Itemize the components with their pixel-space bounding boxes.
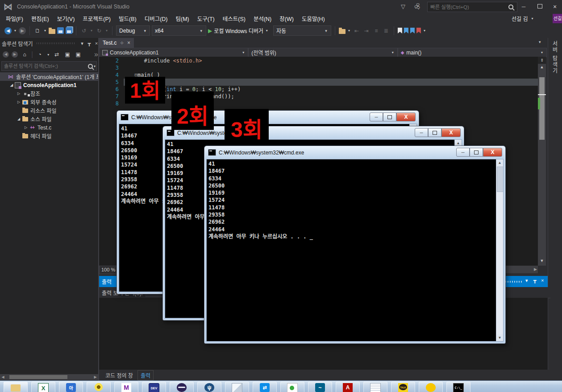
solution-explorer-hscrollbar[interactable]: ◀ ▶ — [0, 374, 98, 380]
scroll-right-icon[interactable]: ▶ — [92, 375, 98, 379]
titlebar[interactable]: ⋈ ConsoleApplication1 - Microsoft Visual… — [0, 0, 562, 13]
sourcetree-icon[interactable]: ψ — [197, 382, 221, 392]
nav-scope-combo[interactable]: (전역 범위)▾ — [248, 48, 397, 57]
cmd-icon[interactable]: C:\_ — [446, 382, 470, 392]
navigate-forward-icon[interactable]: ▶ — [19, 27, 26, 34]
minimize-button[interactable]: ─ — [518, 3, 529, 11]
indent-icon[interactable]: ≡ — [372, 27, 380, 35]
run-label[interactable]: 로컬 Windows 디버거 — [214, 27, 263, 34]
configuration-combo[interactable]: Debug▾ — [116, 25, 150, 36]
bookmark-dropdown-icon[interactable]: ▾ — [423, 29, 426, 33]
solution-search-input[interactable] — [2, 63, 88, 69]
editor-vscrollbar[interactable]: ⇕ ▲ ▼ — [538, 57, 546, 266]
close-button[interactable]: × — [549, 3, 561, 11]
collapse-all-icon[interactable]: ▣ — [63, 50, 71, 58]
new-dropdown-icon[interactable]: ▾ — [43, 29, 47, 33]
pending-changes-icon[interactable]: ◔ — [36, 50, 44, 58]
menu-item[interactable]: 프로젝트(P) — [79, 13, 115, 24]
minimize-button[interactable]: ─ — [415, 128, 428, 137]
tree-row[interactable]: ▷참조 — [0, 89, 98, 98]
splitter-handle[interactable]: ⇕ — [538, 57, 546, 64]
minimize-button[interactable]: ─ — [370, 113, 383, 121]
scroll-right-icon[interactable]: ▶ — [534, 267, 537, 271]
quick-launch-box[interactable] — [427, 2, 517, 12]
mysql-workbench-icon[interactable]: ~ — [308, 382, 332, 392]
home-icon[interactable]: ⌂ — [21, 50, 29, 58]
solution-explorer-header[interactable]: 솔루션 탐색기 ▾ ┳ × — [0, 38, 102, 49]
tab-output[interactable]: 출력 — [137, 370, 154, 380]
redo-dropdown-icon[interactable]: ▾ — [105, 29, 108, 33]
user-account-menu[interactable]: 선길 김 ▾ — [512, 15, 534, 22]
nav-method-combo[interactable]: ◆ main()▾ — [398, 48, 547, 57]
tab-overflow-icon[interactable]: ▾ — [539, 40, 541, 44]
scrollbar-thumb[interactable] — [497, 167, 504, 192]
new-project-icon[interactable]: 🗋 — [33, 27, 42, 35]
tree-row[interactable]: ▷++Test.c — [0, 123, 98, 132]
kakaotalk-icon[interactable]: TALK — [391, 382, 415, 392]
scroll-down-icon[interactable]: ▼ — [496, 334, 503, 341]
maximize-button[interactable] — [383, 113, 396, 121]
bee-icon[interactable] — [87, 382, 111, 392]
close-panel-icon[interactable]: × — [541, 278, 544, 283]
kakao-icon[interactable] — [419, 382, 443, 392]
teamviewer-icon[interactable]: ⇄ — [253, 382, 277, 392]
user-avatar-badge[interactable]: 선길 — [553, 14, 562, 23]
maximize-button[interactable] — [428, 128, 441, 137]
close-button[interactable]: X — [483, 148, 502, 157]
scroll-down-icon[interactable]: ▼ — [538, 259, 546, 263]
tree-row[interactable]: ◢소스 파일 — [0, 115, 98, 123]
tree-expander-icon[interactable]: ◢ — [16, 117, 21, 121]
undo-icon[interactable]: ↺ — [80, 27, 88, 35]
tab-code-definition[interactable]: 코드 정의 창 — [103, 371, 136, 380]
tree-row[interactable]: ◢ConsoleApplication1 — [0, 81, 98, 89]
save-icon[interactable] — [57, 27, 64, 34]
menu-item[interactable]: 보기(V) — [53, 13, 79, 24]
quick-launch-input[interactable] — [428, 4, 508, 10]
uncomment-icon[interactable]: ⇥ — [362, 27, 371, 35]
tree-expander-icon[interactable]: ▷ — [16, 100, 21, 104]
send-feedback-icon[interactable]: 🗫 — [414, 3, 420, 10]
close-button[interactable]: X — [441, 128, 461, 137]
scrollbar-thumb[interactable] — [9, 375, 67, 379]
close-tab-icon[interactable]: × — [127, 40, 130, 46]
sync-with-active-icon[interactable]: ⇄ — [53, 50, 61, 58]
console-scrollbar[interactable]: ▲ ▼ — [496, 159, 503, 341]
menu-item[interactable]: 테스트(S) — [219, 13, 250, 24]
run-dropdown-icon[interactable]: ▾ — [265, 29, 269, 33]
code-line[interactable]: 2 #include <stdio.h> — [99, 57, 538, 64]
menu-item[interactable]: 분석(N) — [250, 13, 275, 24]
watch-mode-combo[interactable]: 자동▾ — [273, 25, 331, 36]
toggle-bookmark-icon[interactable] — [398, 28, 402, 33]
tree-row[interactable]: 리소스 파일 — [0, 106, 98, 115]
window-position-icon[interactable]: ▾ — [79, 41, 86, 46]
open-file-icon[interactable] — [49, 29, 55, 34]
tree-expander-icon[interactable]: ▷ — [23, 125, 29, 129]
menu-item[interactable]: 팀(M) — [172, 13, 193, 24]
tree-row[interactable]: 헤더 파일 — [0, 132, 98, 140]
back-dropdown-icon[interactable]: ▾ — [13, 29, 17, 33]
virtualbox-icon[interactable] — [225, 382, 249, 392]
pending-dropdown-icon[interactable]: ▾ — [46, 53, 50, 57]
se-back-icon[interactable]: ◀ — [3, 51, 9, 58]
find-in-files-icon[interactable] — [339, 29, 346, 34]
hancom-icon[interactable]: 아 — [59, 382, 83, 392]
console-output[interactable]: 41 18467 6334 26500 19169 15724 11478 29… — [206, 159, 504, 342]
scroll-up-icon[interactable]: ▲ — [538, 65, 546, 69]
menu-item[interactable]: 빌드(B) — [115, 13, 141, 24]
menu-item[interactable]: 창(W) — [275, 13, 298, 24]
code-line[interactable]: 3 — [99, 64, 538, 71]
se-forward-icon[interactable]: ▶ — [12, 51, 18, 58]
acrobat-icon[interactable]: A — [336, 382, 360, 392]
feedback-icon[interactable]: ▽ — [401, 3, 405, 10]
nav-project-combo[interactable]: ConsoleApplication1▾ — [99, 48, 248, 57]
tree-row[interactable]: ⋈솔루션 'ConsoleApplication1' (1개 프로젝트) — [0, 72, 98, 81]
menu-item[interactable]: 파일(F) — [2, 13, 27, 24]
next-bookmark-icon[interactable] — [410, 28, 415, 33]
menu-item[interactable]: 도구(T) — [193, 13, 219, 24]
solution-search-box[interactable]: ▾ — [1, 61, 97, 71]
window-position-icon[interactable]: ▾ — [525, 278, 528, 284]
scroll-left-icon[interactable]: ◀ — [0, 375, 6, 379]
close-button[interactable]: X — [396, 113, 416, 121]
console-window-3[interactable]: C:₩Windows₩system32₩cmd.exe ─ X 41 18467… — [204, 146, 506, 344]
menu-item[interactable]: 디버그(D) — [141, 13, 172, 24]
